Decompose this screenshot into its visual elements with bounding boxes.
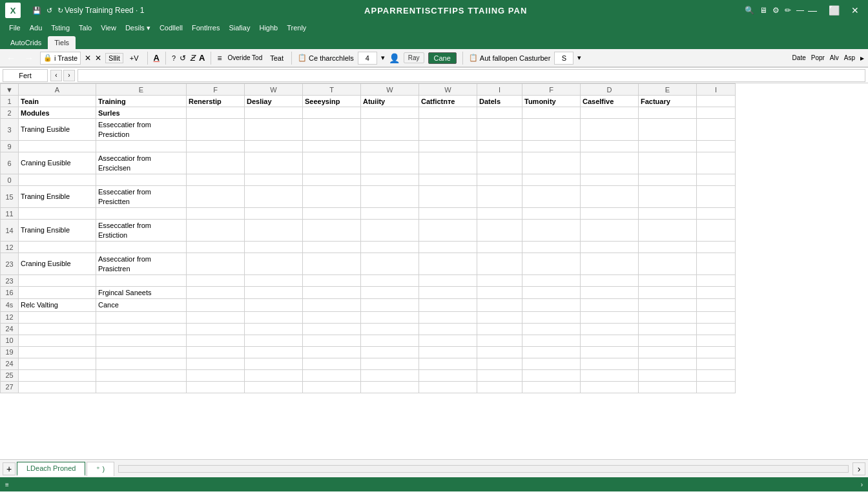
cell-E24s[interactable] — [639, 299, 697, 311]
cell-W21[interactable]: Atuiity — [361, 96, 419, 107]
cell-A9[interactable] — [19, 141, 96, 152]
col-header-W[interactable]: W — [245, 84, 303, 96]
cell-T1[interactable]: Seeeysinp — [303, 96, 361, 107]
cell-E1[interactable]: Training — [96, 96, 187, 107]
cell-F26[interactable] — [522, 152, 581, 174]
cell-W4s[interactable] — [245, 299, 303, 311]
cell-W315[interactable] — [419, 186, 477, 208]
menu-codllell[interactable]: Codllell — [156, 23, 187, 33]
cell-W32[interactable] — [419, 107, 477, 119]
cell-T16[interactable] — [303, 287, 361, 299]
asp-label[interactable]: Asp — [844, 54, 855, 61]
sllit-button[interactable]: Sllit — [105, 53, 123, 63]
cell-extra15[interactable] — [697, 186, 736, 208]
cell-W312[interactable] — [419, 242, 477, 253]
cell-E215[interactable] — [639, 186, 697, 208]
expand-icon[interactable]: ▸ — [860, 54, 864, 63]
cell-W311[interactable] — [419, 208, 477, 220]
sheet-tab-x[interactable]: ⁺ ) — [87, 462, 114, 476]
cell-W24s[interactable] — [361, 299, 419, 311]
cell-F214[interactable] — [522, 220, 581, 242]
date-label[interactable]: Date — [792, 54, 806, 61]
col-header-D[interactable]: D — [581, 84, 639, 96]
font-color-a[interactable]: A — [154, 53, 160, 63]
close-button[interactable]: ✕ — [847, 5, 863, 16]
window-controls[interactable]: — ⬜ ✕ — [804, 5, 863, 16]
cell-W223b[interactable] — [361, 275, 419, 287]
cell-empty[interactable] — [19, 311, 96, 323]
cell-I23[interactable] — [477, 253, 522, 275]
cell-D15[interactable] — [581, 186, 639, 208]
cell-E23[interactable] — [639, 119, 697, 141]
cell-W223[interactable] — [361, 253, 419, 275]
cell-A14[interactable]: Traning Ensible — [19, 220, 96, 242]
sheet-scrollbar[interactable] — [118, 465, 849, 473]
number-box[interactable]: 4 — [358, 52, 377, 65]
cell-D1[interactable]: Caselfive — [581, 96, 639, 107]
cell-E211[interactable] — [639, 208, 697, 220]
cell-E212[interactable] — [639, 242, 697, 253]
cell-I14[interactable] — [477, 220, 522, 242]
cell-E216[interactable] — [639, 287, 697, 299]
cell-I23b[interactable] — [477, 275, 522, 287]
cell-F215[interactable] — [522, 186, 581, 208]
cell-extra1[interactable] — [697, 96, 736, 107]
cell-W3[interactable] — [245, 119, 303, 141]
cell-E4s[interactable]: Cance — [96, 299, 187, 311]
cell-A3[interactable]: Traning Eusible — [19, 119, 96, 141]
cell-I12[interactable] — [477, 242, 522, 253]
cell-E2[interactable]: Surles — [96, 107, 187, 119]
cell-D14[interactable] — [581, 220, 639, 242]
cell-D11[interactable] — [581, 208, 639, 220]
cell-T9[interactable] — [303, 141, 361, 152]
italic-btn[interactable]: Ƶ — [190, 54, 195, 63]
formula-left-btn[interactable]: ‹ — [50, 70, 62, 81]
cell-extra4s[interactable] — [697, 299, 736, 311]
cell-F12[interactable] — [187, 242, 245, 253]
cell-F15[interactable] — [187, 186, 245, 208]
cell-W11[interactable] — [245, 208, 303, 220]
cell-D23[interactable] — [581, 253, 639, 275]
formula-right-btn[interactable]: › — [63, 70, 75, 81]
scroll-right-button[interactable]: › — [852, 462, 865, 475]
dropdown-arrow[interactable]: ▾ — [381, 54, 385, 62]
cell-E3[interactable]: Esseccatier fromPresiction — [96, 119, 187, 141]
nav-back-button[interactable]: ← — [4, 52, 18, 65]
cell-T3[interactable] — [303, 119, 361, 141]
cell-T11[interactable] — [303, 208, 361, 220]
cell-D3[interactable] — [581, 119, 639, 141]
cell-F29[interactable] — [522, 141, 581, 152]
cell-A6[interactable]: Craning Eusible — [19, 152, 96, 174]
cell-E26[interactable] — [639, 152, 697, 174]
overide-tod-btn[interactable]: Overide Tod — [226, 54, 265, 62]
cell-F223b[interactable] — [522, 275, 581, 287]
cell-extra3[interactable] — [697, 119, 736, 141]
cell-D16[interactable] — [581, 287, 639, 299]
menu-tsting[interactable]: Tsting — [47, 23, 74, 33]
cell-E20[interactable] — [639, 174, 697, 186]
person-icon[interactable]: 👤 — [389, 53, 400, 63]
cell-W2[interactable] — [245, 107, 303, 119]
maximize-button[interactable]: ⬜ — [825, 5, 843, 16]
cell-T23b[interactable] — [303, 275, 361, 287]
cell-W211[interactable] — [361, 208, 419, 220]
plus-v-button[interactable]: +V — [127, 54, 141, 63]
cell-W9[interactable] — [245, 141, 303, 152]
cell-W22[interactable] — [361, 107, 419, 119]
cell-F9[interactable] — [187, 141, 245, 152]
settings-icon[interactable]: ⚙ — [772, 6, 780, 15]
cell-extra6[interactable] — [697, 152, 736, 174]
col-header-T[interactable]: T — [303, 84, 361, 96]
cell-T4s[interactable] — [303, 299, 361, 311]
cell-W20[interactable] — [361, 174, 419, 186]
sheet-tab-ldeach-proned[interactable]: LDeach Proned — [17, 462, 85, 476]
cell-W31[interactable]: Catfictnте — [419, 96, 477, 107]
cell-F3[interactable] — [187, 119, 245, 141]
cell-F0[interactable] — [187, 174, 245, 186]
cell-D2[interactable] — [581, 107, 639, 119]
menu-siafiay[interactable]: Siafiay — [225, 23, 254, 33]
tab-autocrids[interactable]: AutoCrids — [4, 36, 48, 49]
menu-talo[interactable]: Talo — [75, 23, 96, 33]
format-icon-x[interactable]: ✕ — [95, 54, 101, 63]
cell-I16[interactable] — [477, 287, 522, 299]
